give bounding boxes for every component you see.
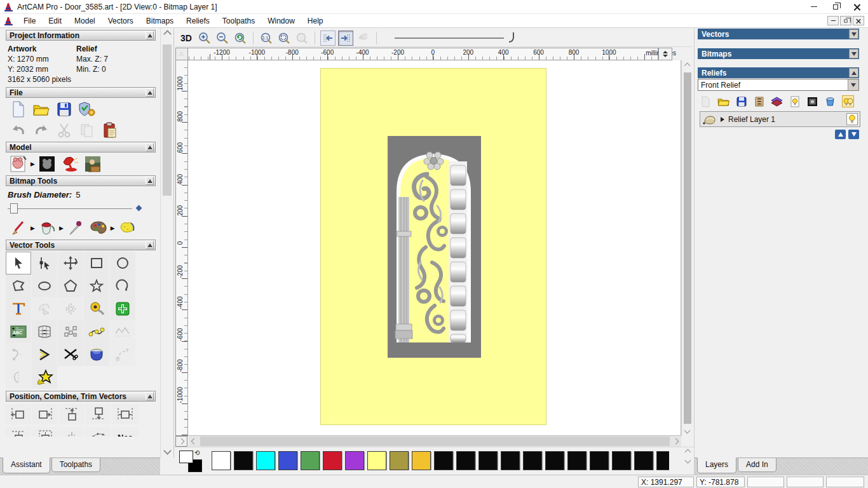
collapse-button[interactable]: [146, 31, 154, 39]
expand-vectors-button[interactable]: [849, 29, 858, 39]
palette-swatch[interactable]: [345, 451, 364, 470]
toggle-all-layers-button[interactable]: [842, 95, 854, 107]
scrollbar-thumb[interactable]: [200, 437, 670, 446]
toggle-3d-view-button[interactable]: 3D: [180, 33, 192, 43]
layer-visibility-button[interactable]: [789, 95, 801, 107]
dropdown-button[interactable]: [848, 79, 858, 90]
palette-swatch[interactable]: [434, 451, 453, 470]
align-left-button[interactable]: [6, 404, 31, 424]
tab-assistant[interactable]: Assistant: [3, 458, 50, 473]
scroll-down-button[interactable]: [161, 445, 173, 456]
ruler-unit-spinner[interactable]: [658, 48, 672, 60]
expand-layer-icon[interactable]: [721, 117, 724, 122]
vector-library-button[interactable]: ABC: [6, 320, 31, 343]
select-vectors-button[interactable]: [6, 252, 31, 274]
scroll-up-button[interactable]: [685, 60, 689, 71]
invert-model-button[interactable]: [37, 155, 57, 173]
pick-colour-button[interactable]: [66, 219, 85, 237]
redo-button[interactable]: [32, 121, 51, 139]
relief-layer-item[interactable]: Relief Layer 1: [700, 111, 860, 127]
create-rectangle-button[interactable]: [84, 252, 109, 274]
menu-reliefs[interactable]: Reliefs: [180, 17, 216, 25]
collapse-button[interactable]: [146, 392, 154, 400]
palette-swatch[interactable]: [456, 451, 475, 470]
undo-button[interactable]: [9, 121, 28, 139]
tab-layers[interactable]: Layers: [697, 458, 736, 473]
palette-scroll-down-button[interactable]: [686, 458, 690, 463]
brush-diameter-slider[interactable]: [8, 203, 153, 214]
close-button[interactable]: [846, 0, 868, 14]
palette-swatch[interactable]: [567, 451, 587, 470]
zoom-1to1-button[interactable]: 1:1: [259, 30, 274, 46]
center-vertical-button[interactable]: [32, 427, 58, 437]
cut-button[interactable]: [55, 121, 74, 139]
zoom-out-button[interactable]: [215, 30, 230, 46]
previous-bitmap-layer-button[interactable]: [320, 30, 336, 46]
open-relief-button[interactable]: [717, 95, 729, 107]
minimize-button[interactable]: [803, 0, 825, 14]
node-editing-button[interactable]: [32, 252, 57, 274]
edit-palette-button[interactable]: [89, 219, 108, 237]
new-model-button[interactable]: [9, 100, 28, 118]
create-text-button[interactable]: [6, 297, 31, 320]
move-layer-down-button[interactable]: [848, 130, 859, 139]
vertical-scrollbar[interactable]: [681, 60, 693, 436]
nesting-button[interactable]: Nes: [112, 427, 138, 437]
copy-button[interactable]: [78, 121, 97, 139]
palette-swatch[interactable]: [212, 451, 231, 470]
menu-toolpaths[interactable]: Toolpaths: [216, 17, 261, 25]
create-vector-button[interactable]: [110, 297, 135, 320]
scroll-right-button[interactable]: [670, 436, 681, 447]
set-model-size-button[interactable]: [9, 155, 28, 173]
menu-help[interactable]: Help: [301, 17, 330, 25]
wrap-vectors-button[interactable]: [32, 366, 57, 389]
palette-swatch[interactable]: [234, 451, 253, 470]
move-layer-up-button[interactable]: [835, 130, 846, 139]
import-relief-button[interactable]: [753, 95, 765, 107]
drawing-viewport[interactable]: [188, 60, 681, 436]
palette-scroll-up-button[interactable]: [686, 450, 690, 454]
pan-corner-button[interactable]: [175, 436, 187, 447]
menu-model[interactable]: Model: [68, 17, 102, 25]
primary-colour-swatch[interactable]: [179, 451, 193, 463]
collapse-reliefs-button[interactable]: [849, 68, 858, 78]
align-bottom-button[interactable]: [86, 404, 111, 424]
layer-visibility-toggle[interactable]: [846, 113, 858, 125]
tab-toolpaths[interactable]: Toolpaths: [51, 458, 100, 472]
free-form-button[interactable]: [110, 320, 135, 343]
measure-tool-button[interactable]: [84, 297, 109, 320]
smooth-vectors-button[interactable]: [110, 343, 135, 366]
scroll-up-button[interactable]: [161, 28, 173, 39]
mdi-close-button[interactable]: [853, 16, 864, 25]
create-polygon-button[interactable]: [58, 274, 83, 297]
scroll-down-button[interactable]: [685, 425, 689, 436]
relief-selector-dropdown[interactable]: Front Relief: [698, 79, 859, 91]
collapse-button[interactable]: [146, 241, 154, 249]
align-top-button[interactable]: [59, 404, 85, 424]
next-bitmap-layer-button[interactable]: [338, 30, 353, 46]
menu-window[interactable]: Window: [261, 17, 301, 25]
palette-swatch[interactable]: [612, 451, 631, 470]
paste-button[interactable]: [100, 121, 119, 139]
zoom-box-button[interactable]: [276, 30, 292, 46]
preview-relief-button[interactable]: [356, 30, 371, 46]
primary-secondary-colours[interactable]: ⟲: [179, 451, 205, 472]
paste-vectors-button[interactable]: [32, 297, 57, 320]
arc-fit-button[interactable]: [32, 343, 57, 366]
slider-handle[interactable]: [10, 203, 18, 214]
horizontal-scrollbar[interactable]: [189, 436, 681, 447]
create-arc-button[interactable]: [110, 274, 135, 297]
ruler-corner-button[interactable]: ∴: [175, 48, 188, 60]
tab-add-in[interactable]: Add In: [738, 458, 776, 472]
paste-along-curve-button[interactable]: [59, 427, 85, 437]
collapse-button[interactable]: [146, 177, 154, 185]
scrollbar-thumb[interactable]: [163, 44, 172, 196]
create-ellipse-button[interactable]: [32, 274, 57, 297]
palette-swatch[interactable]: [590, 451, 609, 470]
fillet-tool-button[interactable]: [84, 320, 109, 343]
create-star-button[interactable]: [84, 274, 109, 297]
relief-layers-button[interactable]: [771, 95, 783, 107]
save-relief-button[interactable]: [735, 95, 747, 107]
scrollbar-thumb[interactable]: [684, 72, 691, 424]
palette-swatch[interactable]: [390, 451, 409, 470]
